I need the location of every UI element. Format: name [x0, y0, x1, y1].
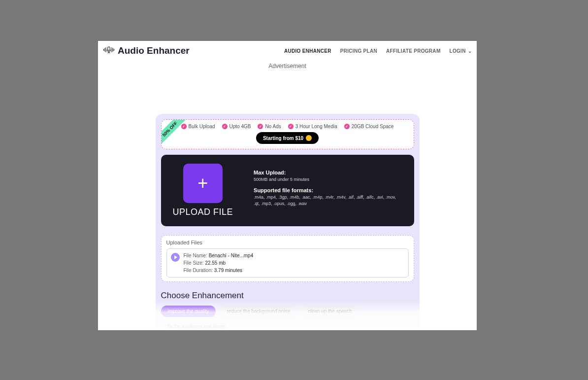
- file-duration-value: 3.79 minutes: [214, 268, 242, 273]
- upload-info: Max Upload: 500MB and under 5 minutes Su…: [254, 170, 402, 212]
- check-icon: ✓: [288, 124, 294, 129]
- file-name-value: Benachi - Nite...mp4: [209, 253, 254, 258]
- nav-login-label: LOGIN: [450, 48, 466, 54]
- uploaded-header: Uploaded Files: [166, 240, 409, 245]
- check-icon: ✓: [344, 124, 350, 129]
- feature-cloud-space: ✓20GB Cloud Space: [344, 124, 394, 129]
- nav-login[interactable]: LOGIN ⌄: [450, 48, 472, 54]
- file-name-label: File Name:: [184, 253, 207, 258]
- file-size-value: 22.55 mb: [205, 260, 226, 266]
- file-card: File Name: Benachi - Nite...mp4 File Siz…: [166, 248, 409, 277]
- feature-upto-4gb: ✓Upto 4GB: [222, 124, 251, 129]
- feature-bulk-upload: ✓Bulk Upload: [181, 124, 215, 129]
- feature-label: No Ads: [265, 124, 281, 129]
- main-panel: 50% OFF ✓Bulk Upload ✓Upto 4GB ✓No Ads ✓…: [156, 114, 420, 330]
- promo-features: ✓Bulk Upload ✓Upto 4GB ✓No Ads ✓3 Hour L…: [165, 124, 410, 129]
- logo-text: Audio Enhancer: [118, 45, 190, 56]
- chevron-down-icon: ⌄: [468, 48, 472, 54]
- enhancement-options: improve the quality reduce the backgroun…: [161, 306, 414, 330]
- price-pill[interactable]: Starting from $10: [256, 132, 319, 144]
- file-duration-label: File Duration:: [184, 268, 213, 273]
- feature-label: Bulk Upload: [189, 124, 215, 129]
- feature-label: Upto 4GB: [229, 124, 251, 129]
- check-icon: ✓: [222, 124, 228, 129]
- advertisement-label: Advertisement: [98, 63, 477, 69]
- plus-icon: +: [197, 173, 208, 194]
- play-button[interactable]: [171, 253, 180, 262]
- app-window: Audio Enhancer AUDIO ENHANCER PRICING PL…: [98, 41, 477, 330]
- promo-bar: 50% OFF ✓Bulk Upload ✓Upto 4GB ✓No Ads ✓…: [161, 119, 414, 149]
- svg-rect-6: [108, 47, 110, 51]
- file-info: File Name: Benachi - Nite...mp4 File Siz…: [184, 252, 254, 274]
- feature-3-hour: ✓3 Hour Long Media: [288, 124, 337, 129]
- check-icon: ✓: [258, 124, 263, 129]
- file-size-label: File Size:: [184, 260, 204, 266]
- logo[interactable]: Audio Enhancer: [103, 45, 190, 57]
- feature-label: 3 Hour Long Media: [295, 124, 337, 129]
- max-upload-detail: 500MB and under 5 minutes: [254, 176, 402, 183]
- chip-improve-quality[interactable]: improve the quality: [161, 306, 216, 317]
- upload-label: UPLOAD FILE: [173, 207, 233, 217]
- feature-label: 20GB Cloud Space: [352, 124, 394, 129]
- price-label: Starting from $10: [263, 136, 303, 141]
- chip-fix-loudness[interactable]: fix the loudness and levels: [161, 321, 232, 330]
- promo-price-row: Starting from $10: [165, 132, 410, 144]
- max-upload-title: Max Upload:: [254, 170, 402, 175]
- chip-clean-speech[interactable]: clean up the speech: [301, 306, 359, 317]
- upload-left: + UPLOAD FILE: [173, 164, 233, 217]
- upload-button[interactable]: +: [183, 164, 223, 203]
- play-icon: [174, 255, 177, 259]
- formats-detail: .m4a, .mp4, .3gp, .m4b, .aac, .m4p, .m4r…: [254, 194, 402, 207]
- chip-reduce-noise[interactable]: reduce the background noise: [220, 306, 297, 317]
- feature-no-ads: ✓No Ads: [258, 124, 281, 129]
- nav-audio-enhancer[interactable]: AUDIO ENHANCER: [284, 48, 331, 54]
- uploaded-files-section: Uploaded Files File Name: Benachi - Nite…: [161, 235, 414, 282]
- header: Audio Enhancer AUDIO ENHANCER PRICING PL…: [98, 41, 477, 61]
- mic-wave-icon: [103, 45, 115, 57]
- nav: AUDIO ENHANCER PRICING PLAN AFFILIATE PR…: [284, 48, 472, 54]
- enhancement-title: Choose Enhancement: [161, 291, 414, 301]
- medal-icon: [306, 135, 312, 141]
- nav-pricing-plan[interactable]: PRICING PLAN: [340, 48, 377, 54]
- check-icon: ✓: [181, 124, 187, 129]
- nav-affiliate-program[interactable]: AFFILIATE PROGRAM: [386, 48, 440, 54]
- upload-box: + UPLOAD FILE Max Upload: 500MB and unde…: [161, 155, 414, 226]
- formats-title: Supported file formats:: [254, 187, 402, 193]
